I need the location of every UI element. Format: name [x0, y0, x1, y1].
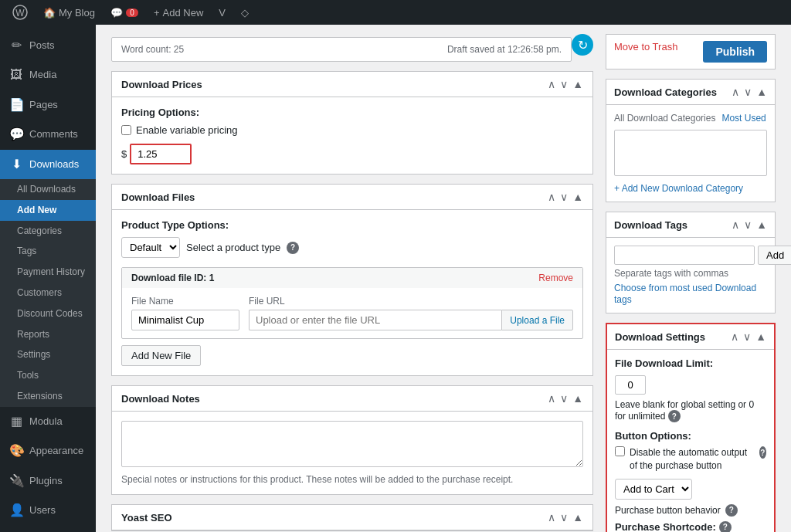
- download-categories-header[interactable]: Download Categories ∧ ∨ ▲: [606, 80, 775, 105]
- category-list-box[interactable]: [614, 130, 767, 176]
- choose-tags-link[interactable]: Choose from most used Download tags: [614, 283, 756, 305]
- prices-arrow-down[interactable]: ∨: [560, 78, 568, 90]
- notes-close[interactable]: ▲: [572, 392, 583, 405]
- tags-arrow-down[interactable]: ∨: [744, 219, 752, 231]
- download-files-header[interactable]: Download Files ∧ ∨ ▲: [112, 185, 592, 210]
- sidebar-item-users[interactable]: 👤 Users: [0, 496, 96, 525]
- notes-textarea[interactable]: [121, 421, 583, 467]
- adminbar-diamond[interactable]: ◇: [235, 0, 255, 25]
- submenu-reports[interactable]: Reports: [0, 324, 96, 345]
- files-arrow-down[interactable]: ∨: [560, 191, 568, 203]
- word-count: Word count: 25: [121, 44, 184, 55]
- submenu-categories[interactable]: Categories: [0, 221, 96, 242]
- remove-file-link[interactable]: Remove: [538, 273, 573, 283]
- purchase-behavior-help-icon[interactable]: ?: [725, 504, 738, 517]
- limit-help-icon[interactable]: ?: [668, 410, 681, 422]
- add-new-file-btn[interactable]: Add New File: [121, 345, 201, 366]
- adminbar-v[interactable]: V: [212, 0, 232, 25]
- cat-tab-all[interactable]: All Download Categories: [614, 113, 715, 124]
- notes-arrow-down[interactable]: ∨: [560, 392, 568, 405]
- sidebar-item-posts[interactable]: ✏ Posts: [0, 31, 96, 60]
- download-settings-header[interactable]: Download Settings ∧ ∨ ▲: [607, 324, 774, 350]
- settings-arrow-up[interactable]: ∧: [731, 330, 738, 343]
- file-name-group: File Name: [131, 296, 239, 330]
- pricing-options-label: Pricing Options:: [121, 107, 583, 118]
- adminbar-site[interactable]: 🏠 My Blog: [37, 0, 101, 25]
- download-settings-content: File Download Limit: Leave blank for glo…: [607, 350, 774, 532]
- publish-box: Move to Trash Publish: [606, 34, 776, 69]
- adminbar-comments[interactable]: 💬 0: [104, 0, 144, 25]
- submenu-add-new[interactable]: Add New: [0, 200, 96, 221]
- download-files-metabox: Download Files ∧ ∨ ▲ Product Type Option…: [111, 184, 593, 376]
- product-type-select[interactable]: Default: [121, 237, 180, 258]
- wp-logo[interactable]: W: [6, 0, 34, 25]
- category-tabs: All Download Categories Most Used: [614, 113, 767, 124]
- file-url-input[interactable]: [249, 310, 501, 330]
- submenu-discount-codes[interactable]: Discount Codes: [0, 303, 96, 324]
- prices-arrow-up[interactable]: ∧: [548, 78, 555, 90]
- refresh-button[interactable]: ↻: [572, 34, 593, 56]
- disable-btn-help-icon[interactable]: ?: [759, 446, 766, 459]
- sidebar-item-comments[interactable]: 💬 Comments: [0, 120, 96, 149]
- move-to-trash-link[interactable]: Move to Trash: [614, 41, 677, 63]
- price-input[interactable]: [130, 144, 192, 164]
- settings-close[interactable]: ▲: [755, 330, 766, 343]
- yoast-close[interactable]: ▲: [572, 511, 583, 524]
- sidebar-item-pages[interactable]: 📄 Pages: [0, 90, 96, 120]
- settings-arrow-down[interactable]: ∨: [743, 330, 751, 343]
- tags-arrow-up[interactable]: ∧: [732, 219, 739, 231]
- upload-file-btn[interactable]: Upload a File: [501, 310, 573, 330]
- side-column: Move to Trash Publish Download Categorie…: [606, 34, 776, 532]
- notes-arrow-up[interactable]: ∧: [548, 392, 555, 405]
- publish-button[interactable]: Publish: [703, 41, 767, 63]
- submenu-tags[interactable]: Tags: [0, 241, 96, 262]
- yoast-seo-header[interactable]: Yoast SEO ∧ ∨ ▲: [112, 505, 592, 530]
- download-limit-input[interactable]: [615, 375, 646, 395]
- adminbar-new[interactable]: + Add New: [148, 0, 209, 25]
- download-limit-row: Leave blank for global setting or 0 for …: [615, 375, 766, 422]
- download-notes-metabox: Download Notes ∧ ∨ ▲ Special notes or in…: [111, 385, 593, 495]
- add-tag-btn[interactable]: Add: [758, 246, 791, 265]
- submenu-extensions[interactable]: Extensions: [0, 386, 96, 407]
- submenu-tools[interactable]: Tools: [0, 365, 96, 386]
- sidebar-item-media[interactable]: 🖼 Media: [0, 60, 96, 90]
- cart-behavior-select[interactable]: Add to Cart: [615, 479, 692, 500]
- submenu-payment-history[interactable]: Payment History: [0, 262, 96, 283]
- download-prices-header[interactable]: Download Prices ∧ ∨ ▲: [112, 72, 592, 97]
- cat-arrow-down[interactable]: ∨: [744, 86, 752, 98]
- sidebar-item-tools[interactable]: 🔧 Tools: [0, 525, 96, 532]
- settings-controls: ∧ ∨ ▲: [731, 330, 766, 343]
- cat-close[interactable]: ▲: [756, 86, 767, 98]
- files-arrow-up[interactable]: ∧: [548, 191, 555, 203]
- cat-arrow-up[interactable]: ∧: [732, 86, 739, 98]
- disable-purchase-btn-checkbox[interactable]: [615, 446, 625, 456]
- sidebar-item-plugins[interactable]: 🔌 Plugins: [0, 466, 96, 496]
- publish-header: Move to Trash Publish: [606, 35, 775, 69]
- submenu-all-downloads[interactable]: All Downloads: [0, 179, 96, 200]
- appearance-icon: 🎨: [9, 442, 23, 459]
- cat-tab-most-used[interactable]: Most Used: [721, 113, 766, 124]
- downloads-icon: ⬇: [9, 156, 23, 173]
- download-tags-header[interactable]: Download Tags ∧ ∨ ▲: [606, 212, 775, 238]
- tags-controls: ∧ ∨ ▲: [732, 219, 767, 231]
- yoast-arrow-up[interactable]: ∧: [548, 511, 555, 524]
- add-new-category-link[interactable]: + Add New Download Category: [614, 183, 743, 194]
- files-close[interactable]: ▲: [572, 191, 583, 203]
- submenu-customers[interactable]: Customers: [0, 283, 96, 303]
- variable-pricing-checkbox[interactable]: [121, 125, 131, 135]
- submenu-settings[interactable]: Settings: [0, 344, 96, 365]
- product-type-help-icon[interactable]: ?: [287, 242, 299, 254]
- file-name-input[interactable]: [131, 310, 239, 330]
- download-files-title: Download Files: [121, 191, 195, 203]
- download-file-header: Download file ID: 1 Remove: [122, 268, 582, 288]
- yoast-arrow-down[interactable]: ∨: [560, 511, 568, 524]
- sidebar-item-downloads[interactable]: ⬇ Downloads: [0, 150, 96, 179]
- download-notes-header[interactable]: Download Notes ∧ ∨ ▲: [112, 386, 592, 412]
- tags-close[interactable]: ▲: [756, 219, 767, 231]
- file-url-label: File URL: [249, 296, 573, 307]
- shortcode-help-icon[interactable]: ?: [719, 521, 732, 532]
- sidebar-item-appearance[interactable]: 🎨 Appearance: [0, 436, 96, 466]
- tag-input[interactable]: [614, 246, 755, 265]
- sidebar-item-modula[interactable]: ▦ Modula: [0, 407, 96, 436]
- prices-close[interactable]: ▲: [572, 78, 583, 90]
